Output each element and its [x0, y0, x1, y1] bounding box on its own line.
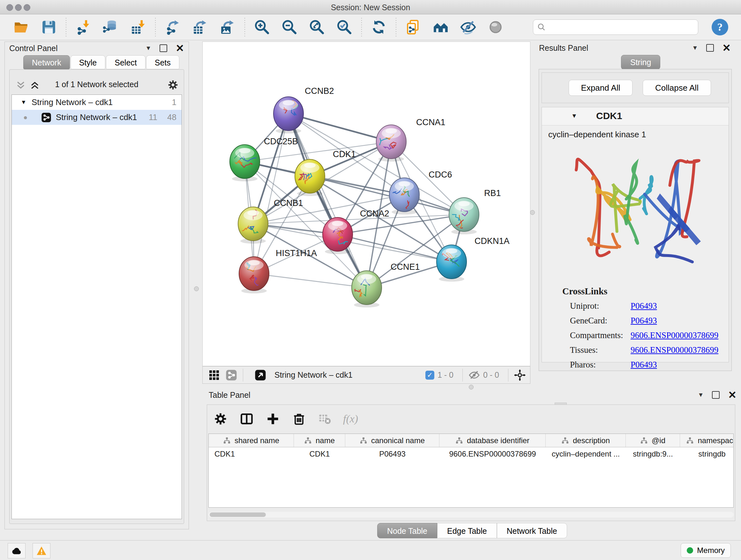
birdseye-view-icon[interactable]: [255, 369, 266, 381]
table-cell[interactable]: CDK1: [209, 447, 294, 460]
table-cell[interactable]: 9606.ENSP00000378699: [440, 447, 546, 460]
column-header-namespace[interactable]: namespace: [680, 434, 734, 447]
network-node-rb1[interactable]: RB1: [449, 188, 501, 235]
zoom-selected-icon: [336, 19, 352, 35]
show-all-button[interactable]: [486, 17, 506, 37]
close-panel-icon[interactable]: ✕: [722, 45, 731, 51]
search-box[interactable]: [533, 19, 698, 35]
table-cell[interactable]: CDK1: [294, 447, 345, 460]
clone-network-icon: [405, 19, 421, 35]
network-node-hist1h1a[interactable]: HIST1H1A: [239, 248, 317, 294]
network-node-ccne1[interactable]: CCNE1: [352, 262, 420, 307]
table-row[interactable]: CDK1CDK1P064939606.ENSP00000378699cyclin…: [209, 447, 733, 460]
panel-menu-icon[interactable]: ▼: [697, 391, 704, 398]
function-builder-icon[interactable]: f(x): [343, 413, 358, 425]
save-button[interactable]: [39, 17, 59, 37]
network-collection-row[interactable]: ▼ String Network – cdk1 1: [12, 95, 182, 110]
float-panel-icon[interactable]: [712, 391, 720, 399]
zoom-in-button[interactable]: [252, 17, 272, 37]
column-header-description[interactable]: description: [546, 434, 626, 447]
table-cell[interactable]: stringdb: [680, 447, 734, 460]
table-cell[interactable]: cyclin–dependent ...: [546, 447, 626, 460]
table-cell[interactable]: stringdb:9...: [626, 447, 680, 460]
table-settings-gear-icon[interactable]: [213, 412, 227, 426]
export-image-button[interactable]: [218, 17, 238, 37]
first-neighbors-button[interactable]: [431, 17, 451, 37]
close-panel-icon[interactable]: ✕: [176, 45, 184, 51]
network-edge[interactable]: [254, 273, 367, 288]
tab-select[interactable]: Select: [106, 55, 145, 69]
bottom-splitter-handle[interactable]: [469, 385, 474, 389]
protein-section-header[interactable]: ▼ CDK1: [542, 107, 729, 125]
column-header-canonical-name[interactable]: canonical name: [345, 434, 440, 447]
zoom-out-button[interactable]: [280, 17, 299, 37]
network-view-icon[interactable]: [226, 369, 237, 381]
expand-all-button[interactable]: Expand All: [569, 80, 632, 96]
refresh-button[interactable]: [369, 17, 389, 37]
collapse-section-icon[interactable]: ▼: [571, 112, 577, 119]
network-canvas[interactable]: CCNB2CCNA1CDC25BCDK1CDC6RB1CCNB1CCNA2CDK…: [202, 42, 530, 366]
network-edge[interactable]: [288, 114, 391, 142]
import-database-button[interactable]: [101, 17, 121, 37]
search-input[interactable]: [546, 22, 694, 32]
tab-network[interactable]: Network: [23, 55, 70, 69]
column-header-database-identifier[interactable]: database identifier: [440, 434, 546, 447]
crosslink-link[interactable]: 9606.ENSP00000378699: [630, 345, 718, 355]
node-count: 11: [149, 110, 157, 125]
crosslink-link[interactable]: 9606.ENSP00000378699: [630, 330, 718, 340]
fit-selected-crosshair-icon[interactable]: [514, 369, 526, 381]
tab-string[interactable]: String: [621, 55, 660, 70]
float-panel-icon[interactable]: [706, 44, 714, 52]
crosslink-link[interactable]: P06493: [630, 316, 657, 325]
tab-node-table[interactable]: Node Table: [377, 523, 437, 538]
cloud-status-button[interactable]: [8, 543, 25, 558]
import-network-button[interactable]: [73, 17, 93, 37]
tab-network-table[interactable]: Network Table: [497, 523, 567, 538]
column-header-shared-name[interactable]: shared name: [209, 434, 294, 447]
column-header-name[interactable]: name: [294, 434, 345, 447]
network-node-cdkn1a[interactable]: CDKN1A: [436, 236, 510, 282]
horizontal-scrollbar-thumb[interactable]: [210, 512, 266, 517]
table-cell[interactable]: P06493: [345, 447, 440, 460]
collapse-all-button[interactable]: Collapse All: [643, 80, 711, 96]
crosslink-link[interactable]: P06493: [630, 360, 657, 369]
panel-menu-icon[interactable]: ▼: [145, 45, 151, 52]
clone-network-button[interactable]: [403, 17, 423, 37]
tab-sets[interactable]: Sets: [146, 55, 179, 69]
left-splitter-handle[interactable]: [194, 287, 199, 291]
panel-menu-icon[interactable]: ▼: [692, 44, 698, 51]
warnings-button[interactable]: [32, 543, 51, 558]
tree-expand-icon[interactable]: ▼: [21, 95, 26, 110]
horizontal-scrollbar[interactable]: [208, 512, 734, 517]
help-button[interactable]: ?: [712, 19, 728, 36]
node-label: CDK1: [333, 149, 356, 159]
show-columns-icon[interactable]: [240, 412, 254, 426]
tab-edge-table[interactable]: Edge Table: [437, 523, 497, 538]
selected-checkbox-icon[interactable]: ✓: [425, 371, 434, 380]
grid-view-icon[interactable]: [208, 369, 220, 381]
column-header--id[interactable]: @id: [626, 434, 680, 447]
right-splitter-handle[interactable]: [530, 210, 535, 215]
memory-button[interactable]: Memory: [681, 543, 731, 558]
close-panel-icon[interactable]: ✕: [728, 392, 737, 398]
tab-style[interactable]: Style: [71, 55, 106, 69]
delete-table-icon[interactable]: [318, 412, 331, 426]
network-row-selected[interactable]: ● String Network – cdk1 11 48: [12, 110, 182, 125]
hide-selected-button[interactable]: [458, 17, 478, 37]
delete-column-trash-icon[interactable]: [292, 412, 306, 426]
network-options-gear-icon[interactable]: [167, 79, 179, 91]
create-column-plus-icon[interactable]: [266, 412, 280, 426]
crosslink-link[interactable]: P06493: [630, 301, 657, 311]
network-node-ccnb2[interactable]: CCNB2: [273, 86, 334, 133]
export-table-button[interactable]: [190, 17, 210, 37]
zoom-selected-button[interactable]: [334, 17, 354, 37]
import-table-button[interactable]: [128, 17, 148, 37]
export-network-button[interactable]: [163, 17, 183, 37]
column-type-icon: [223, 437, 231, 444]
network-node-ccna1[interactable]: CCNA1: [376, 118, 446, 162]
crosslink-label: Tissues:: [570, 345, 630, 355]
hidden-eye-icon[interactable]: [468, 369, 480, 381]
zoom-fit-button[interactable]: [307, 17, 327, 37]
open-folder-button[interactable]: [11, 17, 31, 37]
float-panel-icon[interactable]: [159, 44, 167, 52]
